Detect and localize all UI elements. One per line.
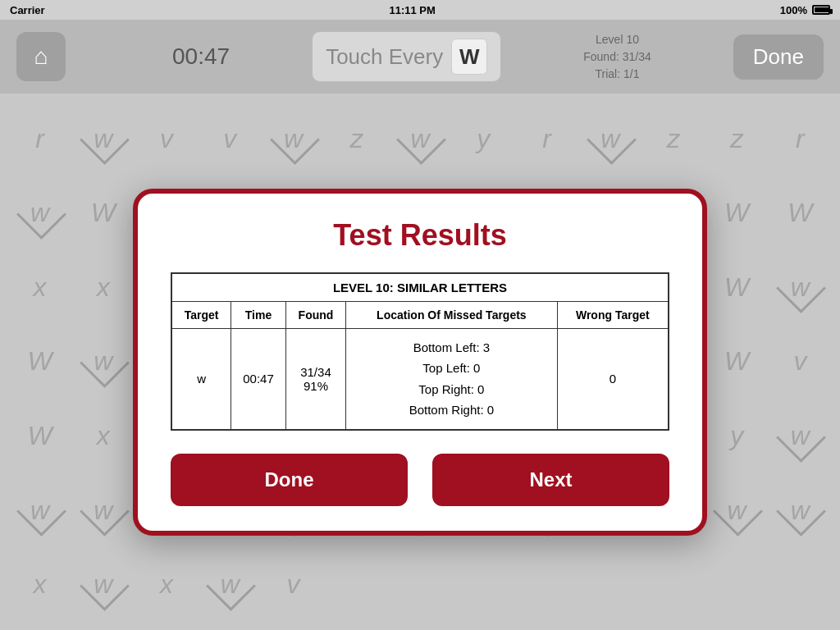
trial-label: Trial: [596, 67, 621, 80]
touch-every-label: Touch Every [326, 44, 443, 70]
data-target: w [171, 328, 231, 430]
touch-every-container: Touch Every W [312, 31, 501, 82]
battery-icon [812, 5, 830, 15]
column-headers-row: Target Time Found Location Of Missed Tar… [171, 301, 669, 328]
col-location-missed: Location Of Missed Targets [346, 301, 557, 328]
status-bar-right: 100% [780, 4, 830, 16]
timer-display: 00:47 [172, 43, 230, 70]
target-letter-box: W [451, 39, 487, 75]
done-button[interactable]: Done [171, 454, 408, 506]
trial-info: Trial: 1/1 [583, 66, 651, 83]
modal-title: Test Results [171, 218, 669, 253]
time-label: 11:11 PM [390, 4, 436, 16]
level-header-cell: LEVEL 10: SIMILAR LETTERS [171, 273, 669, 302]
next-button[interactable]: Next [432, 454, 669, 506]
data-found: 31/34 91% [285, 328, 345, 430]
data-row: w 00:47 31/34 91% Bottom Left: 3 Top Lef… [171, 328, 669, 430]
target-letter: W [459, 44, 480, 70]
battery-label: 100% [780, 4, 807, 16]
modal-overlay: Test Results LEVEL 10: SIMILAR LETTERS T… [0, 94, 840, 630]
toolbar: ⌂ 00:47 Touch Every W Level 10 Found: 31… [0, 20, 840, 94]
trial-value: 1/1 [623, 67, 639, 80]
loc-bottom-right: Bottom Right: 0 [351, 399, 551, 421]
loc-top-right: Top Right: 0 [351, 379, 551, 400]
found-info: Found: 31/34 [583, 48, 651, 66]
data-wrong-target: 0 [557, 328, 669, 430]
level-label: Level 10 [583, 31, 651, 48]
data-time: 00:47 [231, 328, 286, 430]
results-modal: Test Results LEVEL 10: SIMILAR LETTERS T… [133, 189, 707, 536]
data-location-missed: Bottom Left: 3 Top Left: 0 Top Right: 0 … [346, 328, 557, 430]
toolbar-done-button[interactable]: Done [733, 34, 824, 80]
found-percent: 91% [304, 379, 328, 393]
loc-bottom-left: Bottom Left: 3 [351, 337, 551, 358]
col-time: Time [231, 301, 286, 328]
found-label: Found: [583, 50, 619, 63]
modal-buttons: Done Next [171, 454, 669, 506]
found-value: 31/34 [623, 50, 651, 63]
level-info: Level 10 Found: 31/34 Trial: 1/1 [583, 31, 651, 83]
home-icon: ⌂ [34, 43, 48, 70]
found-fraction: 31/34 [300, 365, 331, 379]
col-target: Target [171, 301, 231, 328]
loc-top-left: Top Left: 0 [351, 358, 551, 379]
col-found: Found [285, 301, 345, 328]
col-wrong-target: Wrong Target [557, 301, 669, 328]
carrier-label: Carrier [10, 4, 45, 16]
results-table: LEVEL 10: SIMILAR LETTERS Target Time Fo… [171, 272, 669, 431]
status-bar: Carrier 11:11 PM 100% [0, 0, 840, 20]
home-button[interactable]: ⌂ [16, 32, 66, 81]
table-level-header: LEVEL 10: SIMILAR LETTERS [171, 273, 669, 302]
